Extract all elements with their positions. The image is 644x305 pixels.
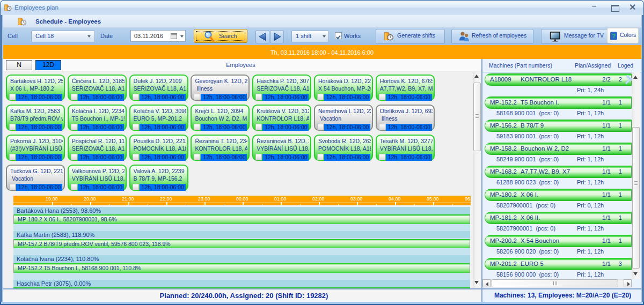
svg-text:?: ? <box>612 33 616 39</box>
